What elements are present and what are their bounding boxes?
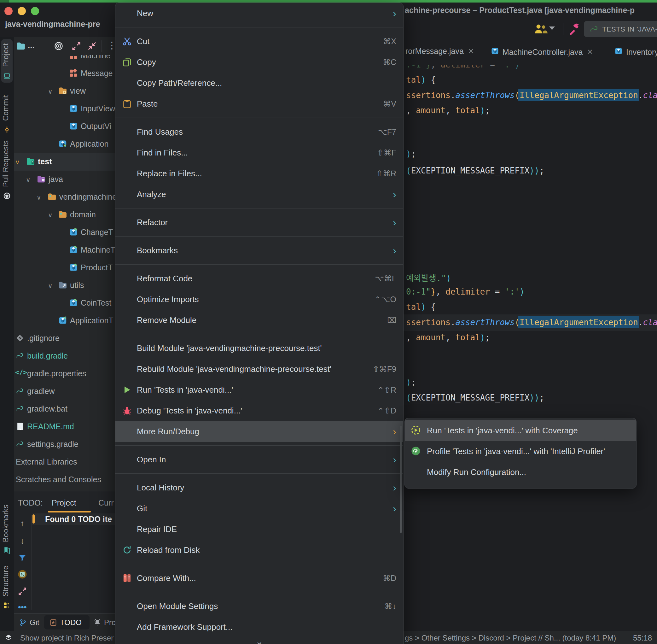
context-menu-item-debug-tests-in-java-vendi[interactable]: Debug 'Tests in 'java-vendi...'⌃⇧D bbox=[115, 400, 403, 421]
preview-terminal-icon[interactable] bbox=[18, 570, 27, 579]
context-menu-item-add-framework-support[interactable]: Add Framework Support... bbox=[115, 617, 403, 637]
tree-row-domain[interactable]: ∨domain bbox=[14, 206, 115, 224]
submenu-item-profile-tests-in-java-vendi-with-intellij-profiler[interactable]: Profile 'Tests in 'java-vendi...' with '… bbox=[405, 441, 636, 462]
tree-row-application[interactable]: Application bbox=[14, 135, 115, 153]
editor-tab-machinecontroller-java[interactable]: MachineController.java✕ bbox=[491, 47, 593, 58]
tree-row-scratches-and-consoles[interactable]: Scratches and Consoles bbox=[14, 471, 115, 488]
structure-icon[interactable] bbox=[3, 601, 11, 609]
toolwindow-problems[interactable]: Pro bbox=[93, 616, 116, 629]
tree-row--gitignore[interactable]: .gitignore bbox=[14, 329, 115, 347]
more-options-icon[interactable]: ••• bbox=[18, 602, 27, 612]
tree-expander-icon[interactable]: ∨ bbox=[15, 158, 22, 165]
context-menu-scrollbar[interactable] bbox=[400, 426, 402, 533]
context-menu-item-local-history[interactable]: Local History› bbox=[115, 477, 403, 498]
commit-icon[interactable] bbox=[3, 125, 11, 134]
tree-row-message[interactable]: Message bbox=[14, 65, 115, 82]
editor-code-area[interactable]: :-1"}, delimiter = ':')tal) {ssertions.a… bbox=[403, 60, 657, 631]
locate-target-icon[interactable] bbox=[53, 41, 64, 51]
submenu-item-modify-run-configuration[interactable]: Modify Run Configuration... bbox=[405, 462, 636, 483]
editor-tab-inventory[interactable]: Inventory bbox=[614, 47, 657, 58]
tree-row-vendingmachine[interactable]: ∨vendingmachine bbox=[14, 188, 115, 206]
context-menu-item-copy[interactable]: Copy⌘C bbox=[115, 52, 403, 72]
project-tool-icon[interactable] bbox=[3, 72, 11, 80]
collapse-all-icon[interactable] bbox=[87, 41, 97, 51]
context-menu-item-analyze[interactable]: Analyze› bbox=[115, 184, 403, 205]
context-menu-item-compare-with[interactable]: Compare With...⌘D bbox=[115, 568, 403, 589]
context-menu-item-more-run-debug[interactable]: More Run/Debug› bbox=[115, 421, 403, 442]
sidebar-item-bookmarks[interactable]: Bookmarks bbox=[2, 502, 12, 544]
toolwindow-git[interactable]: Git bbox=[19, 616, 40, 629]
context-menu-item-bookmarks[interactable]: Bookmarks› bbox=[115, 240, 403, 261]
github-icon[interactable] bbox=[3, 192, 11, 200]
status-breadcrumb[interactable]: gs > Other Settings > Discord > Project … bbox=[405, 634, 622, 642]
context-menu-item-refactor[interactable]: Refactor› bbox=[115, 212, 403, 233]
tree-expander-icon[interactable]: ∨ bbox=[37, 194, 44, 201]
tree-row-readme-md[interactable]: README.md bbox=[14, 418, 115, 436]
run-configuration-widget[interactable]: TESTS IN 'JAVA-VEN bbox=[584, 21, 657, 37]
submenu-item-run-tests-in-java-vendi-with-coverage[interactable]: Run 'Tests in 'java-vendi...' with Cover… bbox=[405, 420, 636, 441]
context-menu-item-rebuild-module-java-vendingmachine-precourse-test[interactable]: Rebuild Module 'java-vendingmachine-prec… bbox=[115, 359, 403, 380]
context-menu-item-optimize-imports[interactable]: Optimize Imports⌃⌥O bbox=[115, 289, 403, 310]
todo-tab-project[interactable]: Project bbox=[52, 498, 76, 507]
tree-row-gradlew-bat[interactable]: gradlew.bat bbox=[14, 400, 115, 418]
tree-row-cointest[interactable]: CoinTest bbox=[14, 294, 115, 312]
tree-row-outputvi[interactable]: OutputVi bbox=[14, 118, 115, 135]
toolbar-ellipsis[interactable]: ... bbox=[28, 40, 35, 50]
context-menu-item-replace-in-files[interactable]: Replace in Files...⇧⌘R bbox=[115, 163, 403, 184]
tree-row-build-gradle[interactable]: build.gradle bbox=[14, 347, 115, 365]
tree-row-view[interactable]: ∨view bbox=[14, 82, 115, 100]
context-menu-item-git[interactable]: Git› bbox=[115, 498, 403, 519]
tree-expander-icon[interactable]: ∨ bbox=[48, 282, 55, 289]
context-menu-item-open-module-settings[interactable]: Open Module Settings⌘↓ bbox=[115, 596, 403, 617]
tree-expander-icon[interactable]: ∨ bbox=[48, 88, 55, 95]
context-menu-item-copy-path-reference[interactable]: Copy Path/Reference... bbox=[115, 72, 403, 93]
tree-row-test[interactable]: ∨test bbox=[14, 153, 115, 170]
context-menu-item-build-module-java-vendingmachine-precourse-test[interactable]: Build Module 'java-vendingmachine-precou… bbox=[115, 338, 403, 359]
tree-row-inputview[interactable]: InputView bbox=[14, 100, 115, 118]
todo-tab-current-file[interactable]: Curr bbox=[98, 498, 114, 507]
context-menu-item-cut[interactable]: Cut⌘X bbox=[115, 31, 403, 52]
context-menu-item-reload-from-disk[interactable]: Reload from Disk bbox=[115, 539, 403, 560]
context-menu-item-remove-module[interactable]: Remove Module⌧ bbox=[115, 310, 403, 330]
tree-expander-icon[interactable]: ∨ bbox=[26, 176, 33, 183]
tree-row-gradlew[interactable]: gradlew bbox=[14, 383, 115, 400]
expand-all-icon[interactable] bbox=[71, 41, 81, 51]
expand-panel-icon[interactable] bbox=[18, 586, 27, 596]
layers-icon[interactable] bbox=[4, 634, 13, 643]
tree-row-applicationt[interactable]: ApplicationT bbox=[14, 312, 115, 329]
context-menu-item-paste[interactable]: Paste⌘V bbox=[115, 93, 403, 114]
context-menu-item-run-tests-in-java-vendi[interactable]: Run 'Tests in 'java-vendi...'⌃⇧R bbox=[115, 380, 403, 400]
tree-row-external-libraries[interactable]: External Libraries bbox=[14, 453, 115, 471]
tab-close-icon[interactable]: ✕ bbox=[467, 47, 474, 55]
tree-row-changet[interactable]: ChangeT bbox=[14, 224, 115, 241]
tree-row-machinet[interactable]: MachineT bbox=[14, 241, 115, 259]
filter-icon[interactable] bbox=[18, 553, 27, 562]
toolwindow-todo[interactable]: TODO bbox=[49, 616, 81, 629]
context-menu-item-open-in[interactable]: Open In› bbox=[115, 449, 403, 470]
sidebar-item-pull-requests[interactable]: Pull Requests bbox=[2, 138, 12, 190]
context-menu-item-repair-ide[interactable]: Repair IDE bbox=[115, 519, 403, 539]
select-opened-file-icon[interactable] bbox=[16, 41, 26, 51]
traffic-light-minimize[interactable] bbox=[18, 7, 26, 15]
build-hammer-button[interactable] bbox=[567, 22, 581, 36]
editor-tab-rormessage-java[interactable]: rorMessage.java✕ bbox=[405, 47, 474, 56]
tree-row-gradle-properties[interactable]: </>gradle.properties bbox=[14, 365, 115, 383]
traffic-light-close[interactable] bbox=[4, 7, 13, 15]
code-with-me-button[interactable] bbox=[534, 22, 548, 36]
tree-expander-icon[interactable]: ∨ bbox=[48, 211, 55, 218]
context-menu-item-reformat-code[interactable]: Reformat Code⌥⌘L bbox=[115, 268, 403, 289]
context-menu-item-find-usages[interactable]: Find Usages⌥F7 bbox=[115, 121, 403, 142]
tree-row-utils[interactable]: ∨utils bbox=[14, 277, 115, 294]
sidebar-item-commit[interactable]: Commit bbox=[2, 92, 12, 124]
status-message[interactable]: Show project in Rich Presence bbox=[20, 634, 114, 642]
context-menu-item-new[interactable]: New› bbox=[115, 3, 403, 24]
chevron-down-icon[interactable] bbox=[549, 26, 555, 30]
traffic-light-zoom[interactable] bbox=[31, 7, 39, 15]
previous-occurrence-icon[interactable]: ↑ bbox=[18, 519, 27, 528]
sidebar-item-structure[interactable]: Structure bbox=[2, 562, 12, 600]
tree-row-java[interactable]: ∨java bbox=[14, 170, 115, 188]
sidebar-item-project[interactable]: Project bbox=[2, 40, 12, 70]
next-occurrence-icon[interactable]: ↓ bbox=[18, 536, 27, 546]
bookmarks-icon[interactable] bbox=[3, 546, 11, 554]
context-menu-item-find-in-files[interactable]: Find in Files...⇧⌘F bbox=[115, 142, 403, 163]
